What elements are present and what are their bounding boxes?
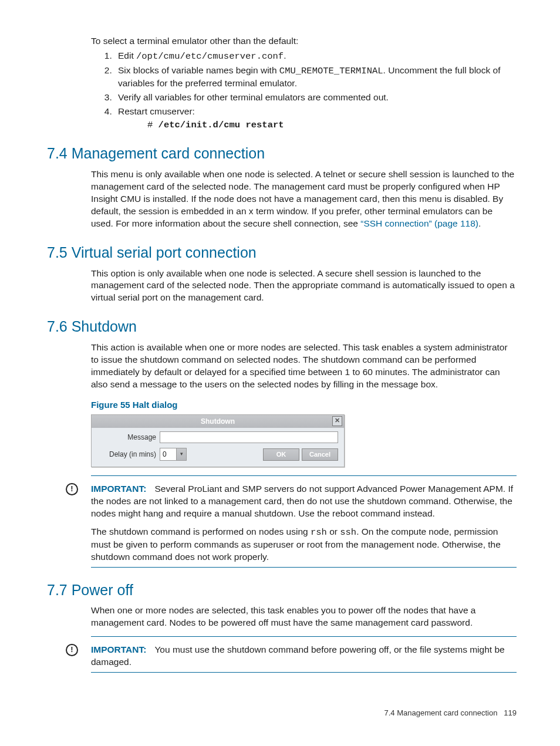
delay-label: Delay (in mins): [97, 450, 156, 459]
heading-7-4: 7.4 Management card connection: [47, 144, 517, 164]
section-7-6: This action is available when one or mor…: [91, 342, 517, 568]
important-note: ! IMPORTANT:You must use the shutdown co…: [91, 644, 517, 669]
command-line: # /etc/init.d/cmu restart: [147, 119, 517, 131]
message-input[interactable]: [160, 431, 338, 443]
important-note: ! IMPORTANT:Several ProLiant and SMP ser…: [91, 483, 517, 520]
bottom-row: Delay (in mins) 0 ▾ OK Cancel: [97, 448, 338, 461]
code-path: /opt/cmu/etc/cmuserver.conf: [136, 51, 284, 62]
footer-section: 7.4 Management card connection: [384, 708, 497, 717]
important-label: IMPORTANT:: [91, 484, 146, 494]
important-icon: !: [66, 483, 78, 495]
divider: [91, 672, 517, 673]
divider: [91, 475, 517, 476]
page-number: 119: [504, 708, 517, 717]
page-footer: 7.4 Management card connection 119: [47, 708, 517, 718]
heading-7-7: 7.7 Power off: [47, 580, 517, 600]
list-item: Edit /opt/cmu/etc/cmuserver.conf.: [114, 50, 517, 63]
close-icon[interactable]: ✕: [332, 416, 342, 426]
divider: [91, 567, 517, 568]
list-item: Verify all variables for other terminal …: [114, 92, 517, 104]
message-row: Message: [97, 431, 338, 443]
divider: [91, 636, 517, 637]
delay-spinner[interactable]: 0 ▾: [160, 448, 187, 461]
important-label: IMPORTANT:: [91, 644, 146, 654]
dialog-title: Shutdown: [201, 417, 235, 426]
body-text: When one or more nodes are selected, thi…: [91, 605, 517, 629]
heading-7-6: 7.6 Shutdown: [47, 317, 517, 337]
intro-block: To select a terminal emulator other than…: [91, 35, 517, 131]
code-var: CMU_REMOTE_TERMINAL: [279, 66, 383, 76]
list-item: Restart cmuserver: # /etc/init.d/cmu res…: [114, 106, 517, 131]
link-ssh-connection[interactable]: “SSH connection” (page 118): [360, 218, 478, 228]
heading-7-5: 7.5 Virtual serial port connection: [47, 243, 517, 263]
important-body: You must use the shutdown command before…: [91, 644, 505, 667]
important-icon: !: [66, 644, 78, 656]
chevron-down-icon[interactable]: ▾: [176, 448, 186, 460]
section-7-4: This menu is only available when one nod…: [91, 168, 517, 230]
body-text: This menu is only available when one nod…: [91, 168, 517, 230]
section-7-5: This option is only available when one n…: [91, 268, 517, 305]
important-body: Several ProLiant and SMP servers do not …: [91, 484, 513, 518]
list-item: Six blocks of variable names begin with …: [114, 65, 517, 90]
body-text: This action is available when one or mor…: [91, 342, 517, 391]
message-label: Message: [97, 433, 156, 442]
section-7-7: When one or more nodes are selected, thi…: [91, 605, 517, 673]
shutdown-dialog: Shutdown ✕ Message Delay (in mins) 0 ▾ O…: [91, 414, 345, 467]
intro-lead: To select a terminal emulator other than…: [91, 35, 517, 48]
intro-list: Edit /opt/cmu/etc/cmuserver.conf. Six bl…: [91, 50, 517, 131]
cancel-button[interactable]: Cancel: [302, 448, 338, 461]
body-text: This option is only available when one n…: [91, 268, 517, 305]
figure-caption: Figure 55 Halt dialog: [91, 399, 517, 411]
delay-value: 0: [160, 450, 176, 459]
ok-button[interactable]: OK: [263, 448, 299, 461]
dialog-titlebar: Shutdown ✕: [92, 415, 344, 428]
body-text: The shutdown command is performed on nod…: [91, 526, 517, 563]
